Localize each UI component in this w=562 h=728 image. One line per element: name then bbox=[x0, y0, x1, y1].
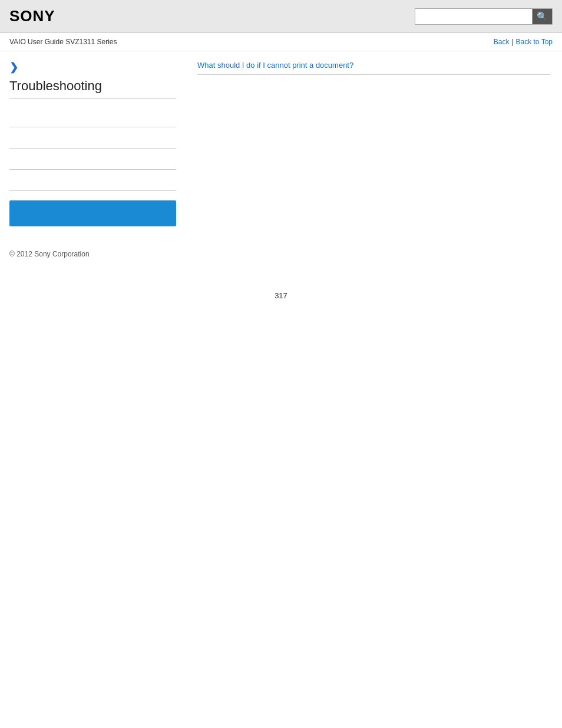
sidebar-nav-link-4[interactable] bbox=[9, 176, 12, 185]
sidebar-nav-item-3 bbox=[9, 149, 176, 170]
sidebar-nav-link-3[interactable] bbox=[9, 154, 12, 163]
sidebar: ❯ Troubleshooting bbox=[0, 51, 186, 236]
sidebar-nav-link-2[interactable] bbox=[9, 133, 12, 142]
guide-title: VAIO User Guide SVZ1311 Series bbox=[9, 38, 117, 46]
main-content: ❯ Troubleshooting What should I do if I … bbox=[0, 51, 562, 236]
search-input[interactable] bbox=[415, 8, 533, 25]
sidebar-nav-item-2 bbox=[9, 127, 176, 149]
sidebar-nav bbox=[9, 106, 176, 191]
chevron-icon: ❯ bbox=[9, 61, 176, 74]
back-to-top-label: Back to Top bbox=[516, 38, 553, 46]
sidebar-blue-bar bbox=[9, 200, 176, 226]
page-number: 317 bbox=[0, 291, 562, 312]
sidebar-title: Troubleshooting bbox=[9, 78, 176, 99]
breadcrumb-separator: | bbox=[511, 38, 513, 46]
search-icon: 🔍 bbox=[537, 11, 548, 22]
sidebar-nav-item-1 bbox=[9, 106, 176, 127]
sidebar-nav-link-1[interactable] bbox=[9, 112, 12, 121]
content-main-link[interactable]: What should I do if I cannot print a doc… bbox=[197, 61, 550, 70]
copyright-text: © 2012 Sony Corporation bbox=[9, 250, 90, 258]
breadcrumb-links: Back | Back to Top bbox=[494, 38, 553, 46]
breadcrumb-bar: VAIO User Guide SVZ1311 Series Back | Ba… bbox=[0, 33, 562, 51]
footer: © 2012 Sony Corporation bbox=[0, 241, 562, 268]
content-divider bbox=[197, 74, 550, 75]
sony-logo: SONY bbox=[9, 7, 55, 25]
header-search-area: 🔍 bbox=[415, 8, 553, 25]
header: SONY 🔍 bbox=[0, 0, 562, 33]
content-area: What should I do if I cannot print a doc… bbox=[186, 51, 562, 236]
back-to-top-link[interactable]: Back to Top bbox=[516, 38, 553, 46]
search-button[interactable]: 🔍 bbox=[533, 8, 553, 25]
sidebar-nav-item-4 bbox=[9, 170, 176, 191]
back-link[interactable]: Back bbox=[494, 38, 510, 46]
